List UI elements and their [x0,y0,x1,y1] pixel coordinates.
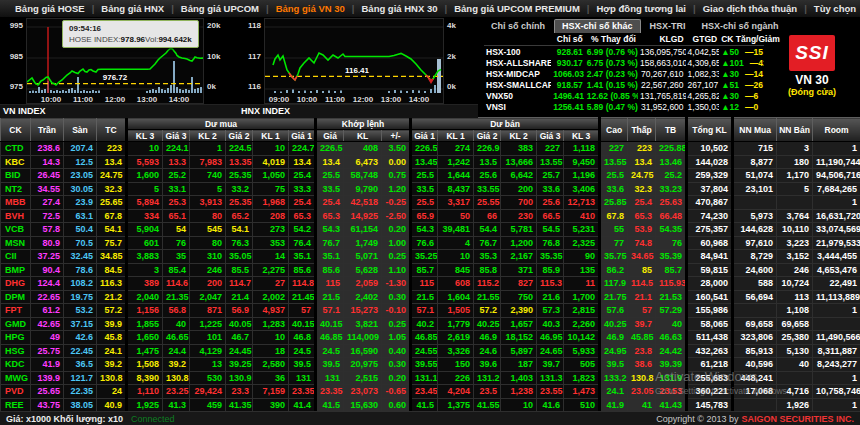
board-col-header: NN Mua [733,118,777,142]
advancers-count: ▲12 [721,102,739,112]
board-row[interactable]: DPM22.6519.7521.22,04021.352,04721.42,00… [1,290,860,304]
svg-text:11:00: 11:00 [73,95,94,104]
hnx-chart-plot: 116.41 09:00 10:00 11:00 12:00 13:00 14:… [264,18,444,104]
advancers-count: ▲50 [721,47,739,57]
hnx-y-axis-right: 4k2k0k [444,18,474,104]
index-tab[interactable]: Chỉ số chính [484,20,552,33]
board-row[interactable]: HPG4942.645.81,65046.6510146.71046.846.8… [1,331,860,345]
svg-text:14:00: 14:00 [409,95,430,104]
board-col-header: Giá 2 [226,130,253,142]
connection-status: Connected [131,414,175,424]
session-status: (Đóng cửa) [768,87,856,97]
copyright-text: Copyright © 2013 by [656,414,738,424]
board-col-header: KL 3 [127,130,163,142]
index-tab[interactable]: HSX-chỉ số ngành [695,20,786,33]
menu-item[interactable]: Tùy chọn [807,3,860,14]
index-col-header: GTGD [686,33,720,46]
board-col-header: Room [813,118,860,142]
menu-item[interactable]: Bảng giá HOSE [8,3,92,14]
board-col-header: TB [656,118,687,142]
board-col-header: Sàn [64,118,97,142]
svg-text:13:00: 13:00 [137,95,158,104]
svg-text:12:00: 12:00 [353,95,374,104]
board-row[interactable]: MSN80.970.575.7601768076.335376.476.71,7… [1,236,860,250]
board-row[interactable]: CII37.2532.4534.853,8833531035.051435.13… [1,250,860,264]
index-row[interactable]: HSX-ALLSHARE930.176.75 (0.73 %)158,663,0… [484,57,764,68]
unchanged-count: —26 [745,80,763,90]
menu-item[interactable]: Bảng giá HNX 30 [354,3,444,14]
board-col-header: KL 3 [564,130,600,142]
board-row[interactable]: BVH72.563.167.833465.18065.220865.365.31… [1,209,860,223]
index-summary-panel: Chỉ số chínhHSX-chỉ số khácHSX-TRIHSX-ch… [478,18,860,117]
board-col-header: Giá 1 [411,130,438,142]
index-row[interactable]: HSX-SMALLCAP918.571.41 (0.15 %)22,567,26… [484,79,764,90]
svg-text:12:00: 12:00 [105,95,126,104]
board-row[interactable]: MBB27.423.925.655,89425.33,91325.351,968… [1,196,860,210]
board-row[interactable]: PVD25.6522.35241,11023.2529,42423.37,159… [1,385,860,399]
menu-item[interactable]: Giao dịch thỏa thuận [696,3,804,14]
menu-item[interactable]: Bảng giá VN 30 [269,3,352,14]
index-tab[interactable]: HSX-TRI [643,20,693,33]
middle-section: 995985975 976.72 10:00 11:00 12:00 13:00… [0,18,860,117]
board-body: CTD238.6207.422310224.11224.510224.7226.… [1,142,860,412]
board-col-header: Giá 2 [474,130,501,142]
svg-text:13:00: 13:00 [381,95,402,104]
board-col-header: KL 2 [501,130,537,142]
board-col-header: KL [344,130,382,142]
board-row[interactable]: VCB57.850.454.15,9045454554.127354.254.3… [1,223,860,237]
board-col-header: KL 2 [190,130,226,142]
index-table-head: Chỉ số % Thay đổi KLGD GTGD CK Tăng/Giảm [484,33,764,46]
unchanged-count: —0 [745,102,758,112]
board-col-header: KL 1 [438,130,474,142]
index-tabs: Chỉ số chínhHSX-chỉ số khácHSX-TRIHSX-ch… [484,19,856,33]
vn-reference-label: 976.72 [103,73,128,82]
board-head: CKTrầnSànTCDư muaKhớp lệnhDư bánCaoThấpT… [1,118,860,142]
svg-text:09:00: 09:00 [269,95,290,104]
board-col-header: TC [97,118,127,142]
menu-item[interactable]: Hợp đồng tương lai [589,3,693,14]
index-row[interactable]: VNSI1256.415.89 (0.47 %)31,952,6001,350,… [484,101,764,112]
board-col-header: Trần [31,118,64,142]
board-row[interactable]: BID26.4523.0524.751,60025.274025.351,050… [1,169,860,183]
svg-text:10:00: 10:00 [297,95,318,104]
advancers-count: ▲101 [721,58,744,68]
unchanged-count: —14 [745,69,763,79]
index-row[interactable]: VNX501496.4112.62 (0.85 %)131,765,8194,2… [484,90,764,101]
board-row[interactable]: GMD42.6537.1539.91,855401,22540.051,2834… [1,317,860,331]
board-row[interactable]: REE43.7538.0540.91,92541.345941.3539041.… [1,398,860,412]
menu-item[interactable]: Bảng giá HNX [94,3,171,14]
board-row[interactable]: FPT61.253.257.21,15656.887156.94,9375757… [1,304,860,318]
company-name: SAIGON SECURITIES INC. [741,414,854,424]
status-bar: Giá: x1000 Khối lượng: x10 Connected Cop… [0,411,860,425]
board-row[interactable]: KBC14.312.513.45,59313.37,98313.354,0191… [1,155,860,169]
index-rows: HSX-100928.616.99 (0.76 %)136,095,7504,0… [484,46,764,113]
board-row[interactable]: DHG124.4108.2116.3389114.6200114.727114.… [1,277,860,291]
board-col-header: Giá 1 [289,130,316,142]
board-row[interactable]: BMP90.478.684.5385.424685.52,27585.685.6… [1,263,860,277]
board-col-header: Khớp lệnh [316,118,411,130]
menu-item[interactable]: Bảng giá UPCOM PREMIUM [447,3,587,14]
hnx-reference-label: 116.41 [345,66,370,75]
board-row[interactable]: MWG139.9121.7130.88,390130.8530130.93613… [1,371,860,385]
board-col-header: Giá [316,130,344,142]
board-col-header: KL 1 [253,130,289,142]
index-col-header: KLGD [638,33,686,46]
board-col-header: Thấp [628,118,656,142]
menu-item[interactable]: Bảng giá UPCOM [174,3,266,14]
trading-board-app: Bảng giá HOSE|Bảng giá HNX|Bảng giá UPCO… [0,0,860,425]
advancers-count: ▲30 [721,69,739,79]
board-row[interactable]: HSG25.7522.4524.11,47524.44,12924.451824… [1,344,860,358]
vn-y-axis-left: 995985975 [0,18,26,104]
vn-chart-tooltip: 09:54:16 HOSE INDEX:978.96Vol:994.642k [62,20,199,48]
board-row[interactable]: KDC41.936.539.21,50839.21339.252,58039.5… [1,358,860,372]
board-row[interactable]: CTD238.6207.422310224.11224.510224.7226.… [1,142,860,156]
unchanged-count: —15 [745,47,763,57]
index-row[interactable]: HSX-MIDCAP1066.032.47 (0.23 %)70,267,610… [484,68,764,79]
index-row[interactable]: HSX-100928.616.99 (0.76 %)136,095,7504,0… [484,46,764,58]
board-row[interactable]: NT234.5530.0532.3533.1533.27533.333.59,7… [1,182,860,196]
index-tab[interactable]: HSX-chỉ số khác [554,19,641,33]
index-col-header: Chỉ số [551,33,585,46]
board-col-header: Giá 3 [163,130,190,142]
board-col-header: Dư bán [411,118,600,130]
board-col-header: Tổng KL [687,118,733,142]
